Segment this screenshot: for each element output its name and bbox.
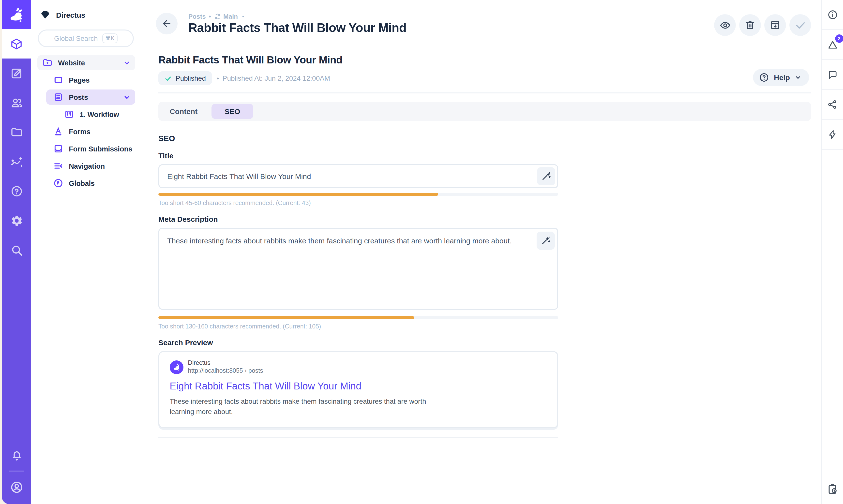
magic-wand-icon [540, 235, 551, 246]
meta-length-fill [158, 316, 414, 319]
save-button[interactable] [789, 14, 811, 36]
module-editor[interactable] [2, 58, 31, 88]
published-at-text: Published At: Jun 2, 2024 12:00AM [222, 74, 330, 82]
notifications-button[interactable] [2, 441, 31, 469]
project-fan-icon [40, 10, 51, 20]
module-docs[interactable] [2, 177, 31, 206]
preview-button[interactable] [714, 14, 736, 36]
title-field [158, 164, 558, 188]
project-header[interactable]: Directus [31, 0, 140, 20]
tasks-panel-button[interactable] [822, 473, 843, 504]
module-content[interactable] [2, 29, 31, 58]
sidebar-item-label: Navigation [69, 162, 105, 170]
avatar-icon [10, 481, 23, 494]
eye-icon [719, 19, 731, 31]
inbox-icon [53, 144, 64, 154]
preview-site-name: Directus [188, 359, 263, 367]
nav-sidebar: Directus Global Search ⌘K Website [31, 0, 140, 504]
help-button[interactable]: Help [753, 69, 809, 86]
rabbit-logo-icon [8, 6, 25, 23]
trash-icon [745, 20, 755, 31]
module-insights[interactable] [2, 147, 31, 177]
sidebar-item-label: 1. Workflow [80, 110, 119, 118]
sidebar-item-label: Globals [69, 179, 95, 187]
bolt-icon [827, 129, 838, 140]
meta-length-meter [158, 316, 558, 319]
directus-logo[interactable] [2, 0, 31, 29]
divider [158, 437, 558, 438]
folder-icon [10, 126, 23, 139]
sidebar-item-label: Website [58, 59, 85, 67]
global-search-input[interactable]: Global Search ⌘K [38, 30, 134, 47]
preview-site-row: Directus http://localhost:8055 › posts [170, 359, 547, 375]
chevron-down-icon[interactable] [123, 93, 131, 101]
meta-field: These interesting facts about rabbits ma… [158, 228, 558, 312]
magic-wand-icon [541, 171, 551, 181]
project-name: Directus [56, 11, 85, 19]
meta-description-input[interactable]: These interesting facts about rabbits ma… [158, 228, 558, 310]
shortcut-badge: ⌘K [102, 33, 118, 43]
chevron-down-icon[interactable] [123, 59, 131, 67]
module-search[interactable] [2, 235, 31, 265]
sidebar-item-workflow[interactable]: 1. Workflow [37, 107, 135, 122]
tab-seo[interactable]: SEO [211, 104, 253, 119]
module-user-directory[interactable] [2, 88, 31, 118]
meta-helper-text: Too short 130-160 characters recommended… [158, 323, 811, 330]
flows-panel-button[interactable] [822, 120, 843, 150]
tab-content[interactable]: Content [162, 104, 205, 119]
share-panel-button[interactable] [822, 90, 843, 120]
back-button[interactable] [156, 13, 178, 34]
header-actions [714, 13, 811, 36]
dot-separator: • [217, 74, 219, 82]
collection-nav: Website Pages Posts [37, 55, 135, 191]
sidebar-item-pages[interactable]: Pages [37, 72, 135, 88]
comments-panel-button[interactable] [822, 60, 843, 90]
directus-app: Directus Global Search ⌘K Website [0, 0, 843, 504]
revisions-badge-wrap: 2 [827, 39, 838, 50]
sidebar-item-form-submissions[interactable]: Form Submissions [37, 141, 135, 156]
generate-meta-button[interactable] [537, 232, 555, 250]
sidebar-item-website[interactable]: Website [37, 55, 135, 70]
kanban-icon [64, 109, 74, 120]
delete-button[interactable] [739, 14, 761, 36]
module-settings[interactable] [2, 206, 31, 235]
generate-title-button[interactable] [537, 167, 555, 185]
revisions-panel-button[interactable]: 2 [822, 30, 843, 60]
page-title: Rabbit Facts That Will Blow Your Mind [189, 21, 407, 35]
site-favicon [170, 360, 183, 374]
sidebar-item-globals[interactable]: Globals [37, 176, 135, 191]
sidebar-item-label: Form Submissions [69, 145, 132, 153]
module-file-library[interactable] [2, 118, 31, 147]
letter-a-icon [53, 126, 64, 137]
window-icon [53, 75, 64, 85]
search-preview-label: Search Preview [158, 338, 811, 347]
module-bar [2, 0, 31, 504]
header-text: Posts • Main Rabbit Facts That Will Blow… [189, 13, 407, 35]
version-label: Main [223, 13, 238, 20]
preview-result-description: These interesting facts about rabbits ma… [170, 397, 438, 417]
globe-icon [53, 178, 64, 188]
title-field-label: Title [158, 151, 811, 160]
sidebar-item-navigation[interactable]: Navigation [37, 158, 135, 174]
sidebar-item-posts[interactable]: Posts [46, 90, 135, 105]
version-menu[interactable]: Main [214, 13, 246, 20]
preview-site-url: http://localhost:8055 › posts [188, 367, 263, 375]
breadcrumb-collection[interactable]: Posts [189, 13, 206, 20]
title-length-fill [158, 193, 438, 196]
check-icon [164, 74, 172, 82]
bell-icon [10, 448, 23, 461]
archive-button[interactable] [764, 14, 786, 36]
box-icon [10, 38, 23, 50]
module-bar-divider [9, 471, 24, 471]
seo-title-input[interactable] [158, 164, 558, 188]
search-icon [10, 244, 23, 257]
info-panel-button[interactable] [822, 0, 843, 30]
status-row: Published • Published At: Jun 2, 2024 12… [158, 71, 811, 85]
account-button[interactable] [2, 473, 31, 501]
title-length-meter [158, 193, 558, 196]
sidebar-item-forms[interactable]: Forms [37, 124, 135, 139]
right-rail: 2 [821, 0, 843, 504]
comment-icon [827, 69, 838, 80]
page-header: Posts • Main Rabbit Facts That Will Blow… [140, 0, 821, 36]
help-circle-icon [759, 72, 770, 83]
